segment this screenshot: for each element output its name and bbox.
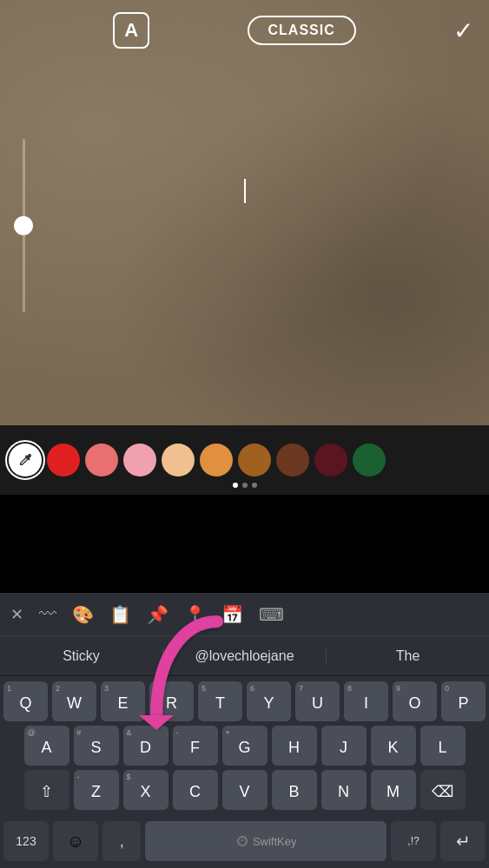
- color-red[interactable]: [47, 444, 80, 477]
- keyboard-icon[interactable]: ⌨: [259, 604, 284, 625]
- key-q[interactable]: 1Q: [3, 681, 48, 721]
- key-l[interactable]: L: [420, 726, 466, 766]
- key-o[interactable]: 9O: [393, 681, 437, 721]
- color-dark-brown[interactable]: [276, 444, 309, 477]
- key-w[interactable]: 2W: [52, 681, 96, 721]
- checkmark-icon: ✓: [453, 17, 473, 44]
- backspace-key[interactable]: ⌫: [420, 770, 466, 810]
- suggestion-3[interactable]: The: [327, 648, 489, 664]
- suggestion-1[interactable]: Sticky: [0, 648, 163, 664]
- slider-track: [23, 139, 25, 312]
- key-n[interactable]: N: [321, 770, 367, 810]
- bottom-row: 123 ☺ , SwiftKey ,!? ↵: [0, 818, 489, 868]
- font-label: A: [124, 19, 138, 42]
- space-key[interactable]: SwiftKey: [145, 821, 387, 861]
- color-maroon[interactable]: [314, 444, 347, 477]
- key-j[interactable]: J: [321, 726, 367, 766]
- palette-dot-2: [242, 483, 248, 488]
- key-t[interactable]: 5T: [198, 681, 242, 721]
- calendar-icon[interactable]: 📅: [221, 604, 243, 625]
- keyboard-area: ✕ 〰 🎨 📋 📌 📍 📅 ⌨ Sticky @lovechloejane Th…: [0, 593, 489, 868]
- color-green[interactable]: [353, 444, 386, 477]
- keyboard-toolbar: ✕ 〰 🎨 📋 📌 📍 📅 ⌨: [0, 593, 489, 636]
- key-f[interactable]: -F: [173, 726, 218, 766]
- key-h[interactable]: H: [272, 726, 317, 766]
- key-x[interactable]: $X: [123, 770, 169, 810]
- shift-key[interactable]: ⇧: [24, 770, 69, 810]
- key-b[interactable]: B: [272, 770, 317, 810]
- eyedropper-icon: [17, 452, 33, 468]
- num-key[interactable]: 123: [3, 821, 49, 861]
- key-g[interactable]: +G: [222, 726, 268, 766]
- key-c[interactable]: C: [173, 770, 218, 810]
- text-cursor: [244, 179, 246, 203]
- swiftkey-logo: SwiftKey: [235, 834, 297, 848]
- comma-key[interactable]: ,: [102, 821, 141, 861]
- key-u[interactable]: 7U: [295, 681, 340, 721]
- key-s[interactable]: #S: [74, 726, 119, 766]
- size-slider[interactable]: [10, 87, 36, 321]
- pin-icon[interactable]: 📌: [147, 604, 169, 625]
- clipboard-icon[interactable]: 📋: [109, 604, 131, 625]
- key-k[interactable]: K: [371, 726, 416, 766]
- period-key[interactable]: ,!?: [391, 821, 436, 861]
- squiggle-icon[interactable]: 〰: [39, 604, 56, 624]
- color-salmon[interactable]: [85, 444, 118, 477]
- classic-label: CLASSIC: [268, 23, 335, 37]
- key-y[interactable]: 6Y: [247, 681, 291, 721]
- color-palette: [0, 425, 489, 495]
- close-button[interactable]: ✕: [10, 605, 23, 624]
- classic-button[interactable]: CLASSIC: [248, 16, 356, 45]
- slider-thumb[interactable]: [14, 216, 33, 235]
- color-pink[interactable]: [123, 444, 156, 477]
- suggestions-row: Sticky @lovechloejane The: [0, 636, 489, 676]
- suggestion-2[interactable]: @lovechloejane: [163, 648, 327, 664]
- top-toolbar: A CLASSIC ✓: [0, 0, 489, 61]
- font-button[interactable]: A: [113, 12, 149, 49]
- key-row-2: @A #S &D -F +G H J K L: [3, 726, 486, 766]
- key-z[interactable]: -Z: [74, 770, 119, 810]
- enter-key[interactable]: ↵: [440, 821, 486, 861]
- canvas-area[interactable]: A CLASSIC ✓: [0, 0, 489, 425]
- key-e[interactable]: 3E: [101, 681, 145, 721]
- location-icon[interactable]: 📍: [184, 604, 206, 625]
- key-row-3: ⇧ -Z $X C V B N M ⌫: [3, 770, 486, 810]
- key-p[interactable]: 0P: [441, 681, 486, 721]
- key-m[interactable]: M: [371, 770, 416, 810]
- palette-dot-3: [252, 483, 257, 488]
- key-a[interactable]: @A: [24, 726, 69, 766]
- eyedropper-button[interactable]: [9, 444, 42, 477]
- color-peach[interactable]: [162, 444, 195, 477]
- color-orange[interactable]: [200, 444, 233, 477]
- checkmark-button[interactable]: ✓: [453, 16, 473, 45]
- key-d[interactable]: &D: [123, 726, 169, 766]
- palette-dot-1: [233, 483, 238, 488]
- keyboard-keys: 1Q 2W 3E 4R 5T 6Y 7U 8I 9O 0P @A #S &D -…: [0, 676, 489, 818]
- emoji-key[interactable]: ☺: [53, 821, 98, 861]
- swiftkey-icon: [235, 834, 249, 848]
- key-r[interactable]: 4R: [149, 681, 194, 721]
- key-row-1: 1Q 2W 3E 4R 5T 6Y 7U 8I 9O 0P: [3, 681, 486, 721]
- palette-page-indicators: [233, 483, 257, 488]
- key-i[interactable]: 8I: [344, 681, 388, 721]
- key-v[interactable]: V: [222, 770, 268, 810]
- color-brown[interactable]: [238, 444, 271, 477]
- palette-icon[interactable]: 🎨: [72, 604, 94, 625]
